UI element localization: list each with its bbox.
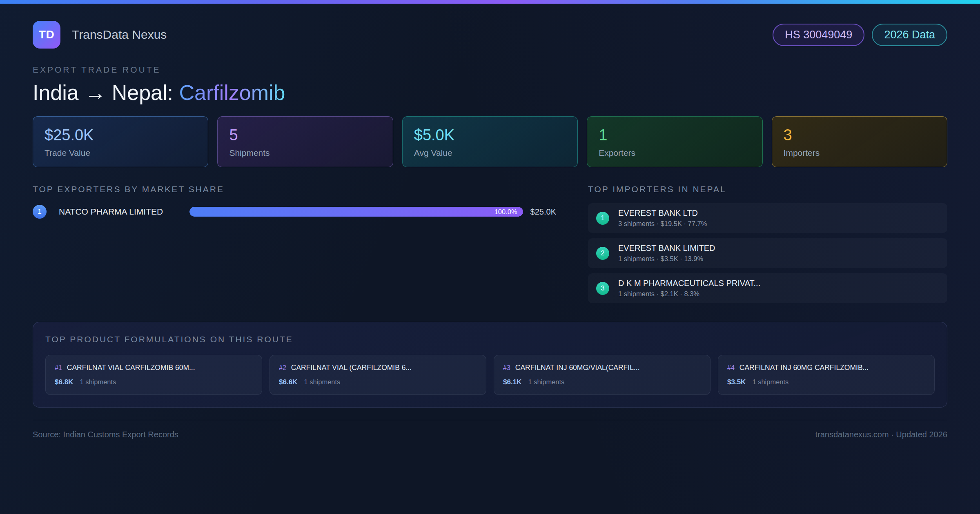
- formulation-card[interactable]: #4 CARFILNAT INJ 60MG CARFILZOMIB... $3.…: [718, 355, 935, 395]
- app-logo: TD: [33, 21, 60, 49]
- exporter-rank-badge: 1: [33, 205, 47, 219]
- formulation-name: CARFILNAT INJ 60MG CARFILZOMIB...: [739, 363, 869, 372]
- footer-updated: transdatanexus.com · Updated 2026: [815, 430, 947, 439]
- exporter-row[interactable]: 1 NATCO PHARMA LIMITED 100.0% $25.0K: [33, 205, 556, 219]
- stat-label: Importers: [784, 148, 935, 158]
- formulation-value: $6.8K: [55, 378, 73, 386]
- importer-info: EVEREST BANK LTD 3 shipments · $19.5K · …: [618, 208, 707, 228]
- formulations-panel: TOP PRODUCT FORMULATIONS ON THIS ROUTE #…: [33, 322, 947, 408]
- stat-card-trade-value: $25.0K Trade Value: [33, 116, 208, 167]
- importer-info: EVEREST BANK LIMITED 1 shipments · $3.5K…: [618, 244, 715, 263]
- importers-section-title: TOP IMPORTERS IN NEPAL: [588, 184, 947, 194]
- formulation-rank: #1: [55, 364, 62, 372]
- formulation-shipments: 1 shipments: [752, 378, 788, 386]
- formulation-card[interactable]: #3 CARFILNAT INJ 60MG/VIAL(CARFIL... $6.…: [494, 355, 710, 395]
- importer-meta: 3 shipments · $19.5K · 77.7%: [618, 220, 707, 228]
- importer-rank-badge: 1: [596, 212, 609, 225]
- data-year-badge[interactable]: 2026 Data: [872, 24, 947, 46]
- exporters-section-title: TOP EXPORTERS BY MARKET SHARE: [33, 184, 556, 194]
- stat-value: 5: [229, 126, 381, 144]
- importer-rank-badge: 3: [596, 282, 609, 295]
- importer-row[interactable]: 3 D K M PHARMACEUTICALS PRIVAT... 1 ship…: [588, 273, 947, 303]
- formulation-rank: #4: [727, 364, 735, 372]
- page-footer: Source: Indian Customs Export Records tr…: [33, 420, 947, 439]
- importer-list: 1 EVEREST BANK LTD 3 shipments · $19.5K …: [588, 203, 947, 303]
- route-title: India → Nepal:: [33, 81, 179, 104]
- importer-name: EVEREST BANK LIMITED: [618, 244, 715, 253]
- header-badges: HS 30049049 2026 Data: [773, 24, 947, 46]
- exporter-trade-value: $25.0K: [530, 207, 556, 217]
- stat-label: Avg Value: [414, 148, 566, 158]
- app-header: TD TransData Nexus HS 30049049 2026 Data: [33, 21, 947, 49]
- middle-columns: TOP EXPORTERS BY MARKET SHARE 1 NATCO PH…: [33, 184, 947, 303]
- formulation-shipments: 1 shipments: [304, 378, 340, 386]
- stat-cards-row: $25.0K Trade Value 5 Shipments $5.0K Avg…: [33, 116, 947, 167]
- formulation-name: CARFILNAT INJ 60MG/VIAL(CARFIL...: [515, 363, 640, 372]
- footer-source: Source: Indian Customs Export Records: [33, 430, 178, 439]
- market-share-bar-track: 100.0%: [189, 207, 523, 217]
- importer-row[interactable]: 2 EVEREST BANK LIMITED 1 shipments · $3.…: [588, 238, 947, 268]
- stat-card-avg-value: $5.0K Avg Value: [402, 116, 578, 167]
- formulation-name: CARFILNAT VIAL CARFILZOMIB 60M...: [67, 363, 195, 372]
- stat-card-exporters: 1 Exporters: [587, 116, 762, 167]
- stat-label: Trade Value: [45, 148, 196, 158]
- importer-meta: 1 shipments · $2.1K · 8.3%: [618, 290, 760, 298]
- brand: TD TransData Nexus: [33, 21, 167, 49]
- formulation-rank: #3: [503, 364, 510, 372]
- stat-card-importers: 3 Importers: [772, 116, 947, 167]
- stat-label: Exporters: [599, 148, 751, 158]
- formulation-card[interactable]: #1 CARFILNAT VIAL CARFILZOMIB 60M... $6.…: [45, 355, 262, 395]
- importer-row[interactable]: 1 EVEREST BANK LTD 3 shipments · $19.5K …: [588, 203, 947, 233]
- market-share-percent: 100.0%: [494, 208, 523, 216]
- app-name: TransData Nexus: [72, 28, 167, 42]
- importer-name: EVEREST BANK LTD: [618, 208, 707, 218]
- importer-meta: 1 shipments · $3.5K · 13.9%: [618, 255, 715, 263]
- product-title: Carfilzomib: [179, 81, 285, 104]
- formulation-value: $6.1K: [503, 378, 521, 386]
- exporter-name: NATCO PHARMA LIMITED: [59, 207, 189, 217]
- importer-info: D K M PHARMACEUTICALS PRIVAT... 1 shipme…: [618, 279, 760, 298]
- formulation-value: $3.5K: [727, 378, 746, 386]
- formulation-card[interactable]: #2 CARFILNAT VIAL (CARFILZOMIB 6... $6.6…: [270, 355, 486, 395]
- stat-value: $25.0K: [45, 126, 196, 144]
- stat-value: 1: [599, 126, 751, 144]
- market-share-bar-fill: 100.0%: [189, 207, 523, 217]
- formulation-shipments: 1 shipments: [528, 378, 564, 386]
- formulation-name: CARFILNAT VIAL (CARFILZOMIB 6...: [291, 363, 412, 372]
- page-title: India → Nepal: Carfilzomib: [33, 80, 947, 105]
- formulation-cards-row: #1 CARFILNAT VIAL CARFILZOMIB 60M... $6.…: [45, 355, 935, 395]
- formulations-section-title: TOP PRODUCT FORMULATIONS ON THIS ROUTE: [45, 335, 935, 344]
- stat-label: Shipments: [229, 148, 381, 158]
- formulation-shipments: 1 shipments: [80, 378, 116, 386]
- top-accent-bar: [0, 0, 980, 4]
- stat-value: 3: [784, 126, 935, 144]
- stat-value: $5.0K: [414, 126, 566, 144]
- importer-name: D K M PHARMACEUTICALS PRIVAT...: [618, 279, 760, 288]
- formulation-rank: #2: [279, 364, 286, 372]
- formulation-value: $6.6K: [279, 378, 297, 386]
- stat-card-shipments: 5 Shipments: [217, 116, 393, 167]
- eyebrow-label: EXPORT TRADE ROUTE: [33, 65, 947, 75]
- hs-code-badge[interactable]: HS 30049049: [773, 24, 864, 46]
- exporters-section: TOP EXPORTERS BY MARKET SHARE 1 NATCO PH…: [33, 184, 556, 219]
- importers-section: TOP IMPORTERS IN NEPAL 1 EVEREST BANK LT…: [588, 184, 947, 303]
- importer-rank-badge: 2: [596, 247, 609, 260]
- page-container: TD TransData Nexus HS 30049049 2026 Data…: [0, 21, 980, 439]
